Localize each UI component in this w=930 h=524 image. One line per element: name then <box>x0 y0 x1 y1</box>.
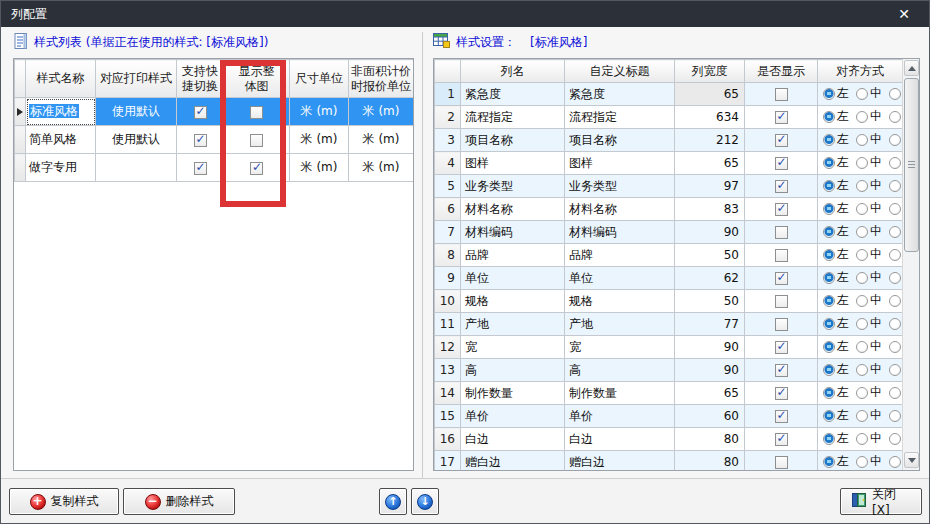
radio-icon[interactable] <box>856 272 868 284</box>
custom-title-cell[interactable]: 赠白边 <box>565 451 675 472</box>
column-setting-row[interactable]: 9单位单位62左中右 <box>435 267 903 290</box>
visible-cell[interactable] <box>745 221 818 244</box>
row-number-cell[interactable]: 16 <box>435 428 461 451</box>
radio-icon[interactable] <box>889 456 901 468</box>
align-option[interactable]: 右 <box>889 246 903 263</box>
align-option[interactable]: 中 <box>856 407 882 424</box>
visible-checkbox[interactable] <box>775 180 788 193</box>
column-width-cell[interactable]: 634 <box>675 106 745 129</box>
radio-icon[interactable] <box>889 180 901 192</box>
align-option[interactable]: 中 <box>856 384 882 401</box>
align-option[interactable]: 左 <box>823 269 849 286</box>
align-option[interactable]: 左 <box>823 246 849 263</box>
style-row[interactable]: 简单风格使用默认米 (m)米 (m) <box>15 126 414 154</box>
row-number-cell[interactable]: 14 <box>435 382 461 405</box>
align-option[interactable]: 右 <box>889 177 903 194</box>
align-cell[interactable]: 左中右 <box>818 267 903 290</box>
size-unit-cell[interactable]: 米 (m) <box>290 126 349 154</box>
align-option[interactable]: 中 <box>856 315 882 332</box>
align-option[interactable]: 中 <box>856 269 882 286</box>
show-overall-checkbox[interactable] <box>250 162 263 175</box>
radio-icon[interactable] <box>889 341 901 353</box>
style-name-cell[interactable]: 做字专用 <box>26 154 96 182</box>
quick-switch-checkbox[interactable] <box>194 134 207 147</box>
custom-title-cell[interactable]: 紧急度 <box>565 83 675 106</box>
custom-title-cell[interactable]: 产地 <box>565 313 675 336</box>
move-down-button[interactable] <box>411 488 439 515</box>
visible-checkbox[interactable] <box>775 410 788 423</box>
column-name-cell[interactable]: 规格 <box>461 290 565 313</box>
style-list-column-header[interactable]: 非面积计价 时报价单位 <box>349 60 414 98</box>
align-option[interactable]: 左 <box>823 430 849 447</box>
column-name-cell[interactable]: 流程指定 <box>461 106 565 129</box>
column-name-cell[interactable]: 制作数量 <box>461 382 565 405</box>
custom-title-cell[interactable]: 宽 <box>565 336 675 359</box>
custom-title-cell[interactable]: 白边 <box>565 428 675 451</box>
style-list-column-header[interactable]: 支持快 捷切换 <box>177 60 224 98</box>
column-width-cell[interactable]: 80 <box>675 428 745 451</box>
radio-icon[interactable] <box>889 157 901 169</box>
radio-icon[interactable] <box>856 226 868 238</box>
style-list-column-header[interactable]: 对应打印样式 <box>96 60 177 98</box>
move-up-button[interactable] <box>379 488 407 515</box>
column-name-cell[interactable]: 高 <box>461 359 565 382</box>
align-option[interactable]: 左 <box>823 131 849 148</box>
visible-cell[interactable] <box>745 175 818 198</box>
visible-cell[interactable] <box>745 336 818 359</box>
visible-cell[interactable] <box>745 83 818 106</box>
column-width-cell[interactable]: 50 <box>675 244 745 267</box>
column-width-cell[interactable]: 65 <box>675 83 745 106</box>
style-settings-column-header[interactable] <box>435 60 461 83</box>
align-option[interactable]: 中 <box>856 131 882 148</box>
row-number-cell[interactable]: 6 <box>435 198 461 221</box>
column-name-cell[interactable]: 白边 <box>461 428 565 451</box>
visible-checkbox[interactable] <box>775 295 788 308</box>
quick-switch-checkbox[interactable] <box>194 162 207 175</box>
radio-icon[interactable] <box>889 226 901 238</box>
align-cell[interactable]: 左中右 <box>818 313 903 336</box>
visible-cell[interactable] <box>745 290 818 313</box>
align-option[interactable]: 左 <box>823 223 849 240</box>
align-option[interactable]: 左 <box>823 154 849 171</box>
column-width-cell[interactable]: 65 <box>675 152 745 175</box>
size-unit-cell[interactable]: 米 (m) <box>290 98 349 126</box>
row-number-cell[interactable]: 5 <box>435 175 461 198</box>
quick-switch-cell[interactable] <box>177 126 224 154</box>
visible-cell[interactable] <box>745 405 818 428</box>
scroll-down-button[interactable] <box>904 452 919 468</box>
radio-icon[interactable] <box>856 341 868 353</box>
row-number-cell[interactable]: 10 <box>435 290 461 313</box>
column-width-cell[interactable]: 77 <box>675 313 745 336</box>
radio-icon[interactable] <box>823 295 835 307</box>
row-number-cell[interactable]: 4 <box>435 152 461 175</box>
column-width-cell[interactable]: 83 <box>675 198 745 221</box>
align-cell[interactable]: 左中右 <box>818 221 903 244</box>
radio-icon[interactable] <box>823 318 835 330</box>
visible-checkbox[interactable] <box>775 157 788 170</box>
visible-checkbox[interactable] <box>775 203 788 216</box>
column-name-cell[interactable]: 单价 <box>461 405 565 428</box>
radio-icon[interactable] <box>823 410 835 422</box>
radio-icon[interactable] <box>823 387 835 399</box>
quote-unit-cell[interactable]: 米 (m) <box>349 98 414 126</box>
visible-checkbox[interactable] <box>775 249 788 262</box>
visible-cell[interactable] <box>745 359 818 382</box>
column-setting-row[interactable]: 16白边白边80左中右 <box>435 428 903 451</box>
row-number-cell[interactable]: 8 <box>435 244 461 267</box>
visible-checkbox[interactable] <box>775 341 788 354</box>
visible-checkbox[interactable] <box>775 226 788 239</box>
style-name-cell[interactable]: 标准风格 <box>26 98 96 126</box>
align-cell[interactable]: 左中右 <box>818 405 903 428</box>
style-settings-column-header[interactable]: 列名 <box>461 60 565 83</box>
align-option[interactable]: 右 <box>889 108 903 125</box>
column-setting-row[interactable]: 8品牌品牌50左中右 <box>435 244 903 267</box>
align-option[interactable]: 左 <box>823 200 849 217</box>
delete-style-button[interactable]: 删除样式 <box>123 488 235 515</box>
style-list-column-header[interactable]: 尺寸单位 <box>290 60 349 98</box>
column-name-cell[interactable]: 紧急度 <box>461 83 565 106</box>
radio-icon[interactable] <box>856 88 868 100</box>
visible-cell[interactable] <box>745 428 818 451</box>
align-cell[interactable]: 左中右 <box>818 106 903 129</box>
align-option[interactable]: 左 <box>823 407 849 424</box>
column-setting-row[interactable]: 15单价单价60左中右 <box>435 405 903 428</box>
